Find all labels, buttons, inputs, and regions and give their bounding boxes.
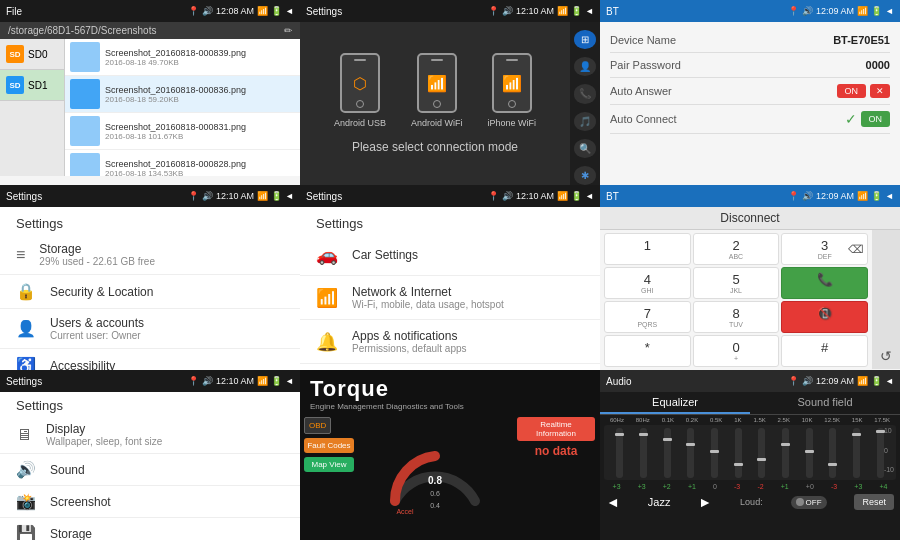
dial-key-4[interactable]: 4 GHI: [604, 267, 691, 299]
eq-slider-12[interactable]: [877, 428, 884, 478]
bt-auto-answer-on-button[interactable]: ON: [837, 84, 867, 98]
eq-reset-button[interactable]: Reset: [854, 494, 894, 510]
tab-equalizer[interactable]: Equalizer: [600, 392, 750, 414]
conn-side-grid-icon[interactable]: ⊞: [574, 30, 596, 49]
eq-scale-10: 10: [884, 427, 894, 434]
fm-path-bar: /storage/68D1-567D/Screenshots ✏: [0, 22, 300, 39]
dial-key-star[interactable]: *: [604, 335, 691, 367]
dial-key-5[interactable]: 5 JKL: [693, 267, 780, 299]
dial-nav-back[interactable]: ◄: [885, 191, 894, 201]
eq-next-button[interactable]: ►: [698, 494, 712, 510]
conn-device-iphone[interactable]: 📶 iPhone WiFi: [488, 53, 537, 128]
dial-key-8[interactable]: 8 TUV: [693, 301, 780, 333]
settings-nav-back[interactable]: ◄: [285, 191, 294, 201]
settings-item-storage[interactable]: ≡ Storage 29% used - 22.61 GB free: [0, 235, 300, 275]
settings2-sound-label: Sound: [50, 463, 85, 477]
fm-file-item[interactable]: Screenshot_20160818-000839.png 2016-08-1…: [65, 39, 300, 76]
eq-slider-4[interactable]: [687, 428, 694, 478]
settings2-item-screenshot[interactable]: 📸 Screenshot: [0, 486, 300, 518]
eq-slider-3[interactable]: [664, 428, 671, 478]
dial-refresh-icon[interactable]: ↺: [880, 348, 892, 364]
eq-prev-button[interactable]: ◄: [606, 494, 620, 510]
settings2-item-sound[interactable]: 🔊 Sound: [0, 454, 300, 486]
torque-fault-btn[interactable]: Fault Codes: [304, 438, 354, 453]
fm-sidebar-item-sd1[interactable]: SD SD1: [0, 70, 64, 101]
eq-slider-6[interactable]: [735, 428, 742, 478]
settings-item-security[interactable]: 🔒 Security & Location: [0, 275, 300, 309]
tab-soundfield[interactable]: Sound field: [750, 392, 900, 414]
audio-nav-back[interactable]: ◄: [885, 376, 894, 386]
bt-auto-answer-buttons: ON ✕: [837, 84, 891, 98]
eq-slider-5[interactable]: [711, 428, 718, 478]
settings2-item-storage[interactable]: 💾 Storage: [0, 518, 300, 540]
conn-side-search-icon[interactable]: 🔍: [574, 139, 596, 158]
eq-slider-10[interactable]: [829, 428, 836, 478]
bt-nav-back[interactable]: ◄: [885, 6, 894, 16]
bt-auto-answer-off-button[interactable]: ✕: [870, 84, 890, 98]
dial-key-9-endcall[interactable]: 📵: [781, 301, 868, 333]
dial-key-1[interactable]: 1: [604, 233, 691, 265]
conn-side-bt-icon[interactable]: ✱: [574, 166, 596, 185]
conn-nav-back[interactable]: ◄: [585, 6, 594, 16]
eq-slider-11[interactable]: [853, 428, 860, 478]
panel-audio: Audio 📍 🔊 12:09 AM 📶 🔋 ◄ Equalizer Sound…: [600, 370, 900, 540]
bt-pair-pw-value: 0000: [866, 59, 890, 71]
dial-key-hash[interactable]: #: [781, 335, 868, 367]
settings2-item-display[interactable]: 🖥 Display Wallpaper, sleep, font size: [0, 416, 300, 454]
eq-slider-1[interactable]: [616, 428, 623, 478]
conn-side-music-icon[interactable]: 🎵: [574, 112, 596, 131]
nav-back[interactable]: ◄: [285, 6, 294, 16]
conn-side-icons: ⊞ 👤 📞 🎵 🔍 ✱: [570, 22, 600, 185]
eq-slider-9[interactable]: [806, 428, 813, 478]
fm-sidebar-item-sd0[interactable]: SD SD0: [0, 39, 64, 70]
dial-endcall-icon: 📵: [817, 306, 833, 321]
torque-realtime-btn[interactable]: Realtime Information: [517, 417, 595, 441]
dial-key-4-main: 4: [644, 272, 651, 287]
fm-file-item-selected[interactable]: Screenshot_20160818-000836.png 2016-08-1…: [65, 76, 300, 113]
eq-freq-175k: 17.5K: [874, 417, 890, 423]
sd0-icon: SD: [6, 45, 24, 63]
car-settings-item-apps[interactable]: 🔔 Apps & notifications Permissions, defa…: [300, 320, 600, 364]
settings2-time: 12:10 AM: [216, 376, 254, 386]
settings-item-accessibility[interactable]: ♿ Accessibility: [0, 349, 300, 370]
bt-battery-icon: 🔋: [871, 6, 882, 16]
usb-symbol-icon: ⬡: [353, 74, 367, 93]
signal-icon: 📶: [257, 6, 268, 16]
dial-disconnect-label: Disconnect: [600, 207, 900, 230]
eq-freq-125k: 12.5K: [824, 417, 840, 423]
dial-key-0[interactable]: 0 +: [693, 335, 780, 367]
dial-key-2[interactable]: 2 ABC: [693, 233, 780, 265]
car-nav-back[interactable]: ◄: [585, 191, 594, 201]
loud-toggle-button[interactable]: OFF: [791, 496, 827, 509]
eq-freq-02k: 0.2K: [686, 417, 698, 423]
car-settings-item-car[interactable]: 🚗 Car Settings: [300, 235, 600, 276]
eq-slider-8[interactable]: [782, 428, 789, 478]
settings2-display-label: Display: [46, 422, 162, 436]
eq-preset-label: Jazz: [648, 496, 671, 508]
settings2-nav-back[interactable]: ◄: [285, 376, 294, 386]
audio-volume-icon: 🔊: [802, 376, 813, 386]
conn-device-wifi[interactable]: 📶 Android WiFi: [411, 53, 463, 128]
dial-key-7[interactable]: 7 PQRS: [604, 301, 691, 333]
bt-auto-connect-on-button[interactable]: ON: [861, 111, 891, 127]
eq-val-9: +0: [806, 483, 814, 490]
fm-file-item-3[interactable]: Screenshot_20160818-000828.png 2016-08-1…: [65, 150, 300, 176]
eq-slider-7[interactable]: [758, 428, 765, 478]
car-settings-item-network[interactable]: 📶 Network & Internet Wi-Fi, mobile, data…: [300, 276, 600, 320]
eq-sliders-row: [608, 428, 892, 478]
settings-item-users[interactable]: 👤 Users & accounts Current user: Owner: [0, 309, 300, 349]
eq-slider-2[interactable]: [640, 428, 647, 478]
dial-key-6-call[interactable]: 📞: [781, 267, 868, 299]
fm-file-info: Screenshot_20160818-000839.png 2016-08-1…: [105, 48, 246, 67]
conn-device-usb[interactable]: ⬡ Android USB: [334, 53, 386, 128]
dial-backspace-icon[interactable]: ⌫: [848, 243, 864, 256]
fm-edit-icon[interactable]: ✏: [284, 25, 292, 36]
conn-side-person-icon[interactable]: 👤: [574, 57, 596, 76]
dial-key-3[interactable]: 3 DEF ⌫: [781, 233, 868, 265]
torque-obd-icon[interactable]: OBD: [304, 417, 331, 434]
torque-map-btn[interactable]: Map View: [304, 457, 354, 472]
status-bar-settings2: Settings 📍 🔊 12:10 AM 📶 🔋 ◄: [0, 370, 300, 392]
settings-users-info: Users & accounts Current user: Owner: [50, 316, 144, 341]
conn-side-call-icon[interactable]: 📞: [574, 84, 596, 103]
fm-file-item-2[interactable]: Screenshot_20160818-000831.png 2016-08-1…: [65, 113, 300, 150]
